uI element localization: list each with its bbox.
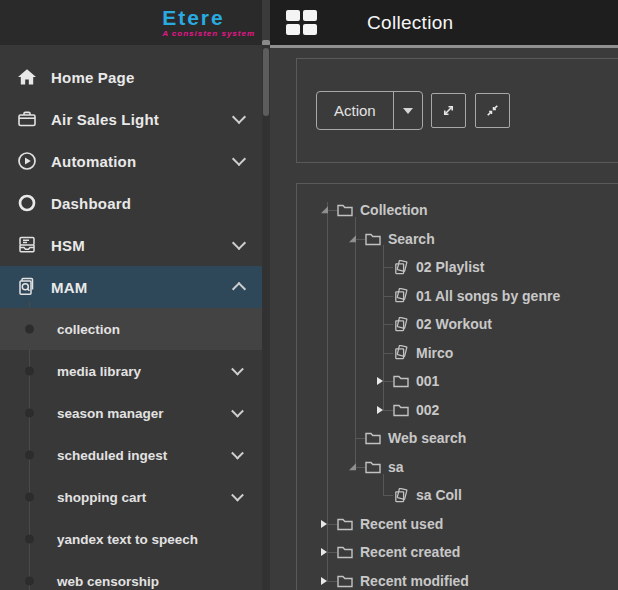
- folder-icon: [393, 374, 409, 388]
- tree-node-sa[interactable]: sa: [297, 453, 618, 482]
- bullet-icon: [25, 367, 34, 376]
- sidebar-item-scheduled-ingest[interactable]: scheduled ingest: [0, 434, 262, 476]
- bullet-icon: [25, 409, 34, 418]
- folder-icon: [337, 574, 353, 588]
- action-dropdown-button[interactable]: [393, 92, 422, 129]
- toolbar-panel: Action: [296, 58, 618, 163]
- bullet-icon: [25, 451, 34, 460]
- sidebar-nav: Home Page Air Sales Light Automation Das…: [0, 45, 262, 308]
- expander-closed-icon[interactable]: [321, 548, 327, 556]
- tree-node-mirco[interactable]: Mirco: [297, 339, 618, 368]
- collapse-all-button[interactable]: [475, 93, 510, 128]
- sidebar-item-air-sales-light[interactable]: Air Sales Light: [0, 98, 262, 140]
- bullet-icon: [25, 577, 34, 586]
- topbar: Collection: [270, 0, 618, 45]
- page-title: Collection: [367, 12, 453, 34]
- folder-icon: [337, 517, 353, 531]
- sidebar-scrollbar[interactable]: [262, 45, 270, 590]
- grid-icon[interactable]: [286, 10, 317, 35]
- topbar-separator: [270, 45, 618, 48]
- expand-arrows-icon: [440, 102, 457, 119]
- chevron-up-icon: [232, 282, 246, 296]
- tree-node-02-workout[interactable]: 02 Workout: [297, 310, 618, 339]
- sidebar-item-home-page[interactable]: Home Page: [0, 56, 262, 98]
- chevron-down-icon: [231, 363, 244, 376]
- chevron-down-icon: [232, 236, 246, 250]
- briefcase-icon: [14, 108, 40, 130]
- brand-name: Etere: [162, 7, 255, 28]
- tree-node-002[interactable]: 002: [297, 396, 618, 425]
- sidebar-subitem-label: shopping cart: [57, 490, 146, 505]
- expander-open-icon[interactable]: [349, 235, 356, 242]
- sidebar-item-hsm[interactable]: HSM: [0, 224, 262, 266]
- brand-logo: Etere A consisten system: [162, 7, 255, 38]
- tree-node-recent-modified[interactable]: Recent modified: [297, 567, 618, 590]
- action-button[interactable]: Action: [317, 92, 393, 129]
- folder-icon: [337, 545, 353, 559]
- sidebar-item-label: Home Page: [51, 69, 135, 86]
- expander-open-icon[interactable]: [349, 463, 356, 470]
- media-search-icon: [14, 276, 40, 298]
- expander-closed-icon[interactable]: [321, 520, 327, 528]
- bullet-icon: [25, 493, 34, 502]
- folder-icon: [393, 403, 409, 417]
- sidebar-item-shopping-cart[interactable]: shopping cart: [0, 476, 262, 518]
- expander-closed-icon[interactable]: [377, 406, 383, 414]
- sidebar-subitem-label: yandex text to speech: [57, 532, 198, 547]
- sidebar-item-yandex-text-to-speech[interactable]: yandex text to speech: [0, 518, 262, 560]
- folder-icon: [337, 203, 353, 217]
- expander-closed-icon[interactable]: [321, 577, 327, 585]
- sidebar-item-collection[interactable]: collection: [0, 308, 262, 350]
- tree-node-01-all-songs-by-genre[interactable]: 01 All songs by genre: [297, 282, 618, 311]
- sidebar-subitem-label: collection: [57, 322, 120, 337]
- expander-open-icon[interactable]: [321, 206, 328, 213]
- bullet-icon: [25, 325, 34, 334]
- action-split-button: Action: [316, 91, 423, 130]
- tree-node-02-playlist[interactable]: 02 Playlist: [297, 253, 618, 282]
- expand-all-button[interactable]: [431, 93, 466, 128]
- main-content: Collection Action Collection Search: [270, 0, 618, 590]
- sidebar-header: Etere A consisten system: [0, 0, 262, 45]
- tree-node-001[interactable]: 001: [297, 367, 618, 396]
- bullet-icon: [25, 535, 34, 544]
- mam-submenu: collection media library season manager …: [0, 308, 262, 590]
- tree-node-recent-created[interactable]: Recent created: [297, 538, 618, 567]
- tree-node-search[interactable]: Search: [297, 225, 618, 254]
- collection-pages-icon: [393, 288, 409, 303]
- chevron-down-icon: [231, 489, 244, 502]
- sidebar-item-label: HSM: [51, 237, 85, 254]
- tree-node-collection[interactable]: Collection: [297, 196, 618, 225]
- sidebar-item-season-manager[interactable]: season manager: [0, 392, 262, 434]
- collection-pages-icon: [393, 260, 409, 275]
- sidebar-item-media-library[interactable]: media library: [0, 350, 262, 392]
- caret-down-icon: [403, 108, 413, 114]
- collection-pages-icon: [393, 488, 409, 503]
- collection-tree-panel: Collection Search 02 Playlist 01 All son…: [296, 183, 618, 590]
- sidebar-item-label: Dashboard: [51, 195, 131, 212]
- brand-tagline: A consisten system: [162, 29, 255, 38]
- expander-closed-icon[interactable]: [377, 377, 383, 385]
- sidebar-subitem-label: media library: [57, 364, 141, 379]
- sidebar-item-label: Automation: [51, 153, 136, 170]
- chevron-down-icon: [231, 405, 244, 418]
- tree-node-sa-coll[interactable]: sa Coll: [297, 481, 618, 510]
- sidebar-item-label: MAM: [51, 279, 87, 296]
- tree-node-web-search[interactable]: Web search: [297, 424, 618, 453]
- collection-pages-icon: [393, 345, 409, 360]
- folder-icon: [365, 232, 381, 246]
- sidebar-item-automation[interactable]: Automation: [0, 140, 262, 182]
- tree-node-recent-used[interactable]: Recent used: [297, 510, 618, 539]
- sidebar-item-label: Air Sales Light: [51, 111, 159, 128]
- sidebar-item-dashboard[interactable]: Dashboard: [0, 182, 262, 224]
- sidebar-subitem-label: scheduled ingest: [57, 448, 167, 463]
- sidebar-subitem-label: season manager: [57, 406, 164, 421]
- sidebar-item-web-censorship[interactable]: web censorship: [0, 560, 262, 590]
- collection-pages-icon: [393, 317, 409, 332]
- archive-icon: [14, 234, 40, 256]
- folder-icon: [365, 431, 381, 445]
- collapse-arrows-icon: [484, 102, 501, 119]
- sidebar-scrollbar-thumb[interactable]: [263, 48, 269, 116]
- chevron-down-icon: [232, 152, 246, 166]
- sidebar-item-mam[interactable]: MAM: [0, 266, 262, 308]
- play-circle-icon: [14, 150, 40, 172]
